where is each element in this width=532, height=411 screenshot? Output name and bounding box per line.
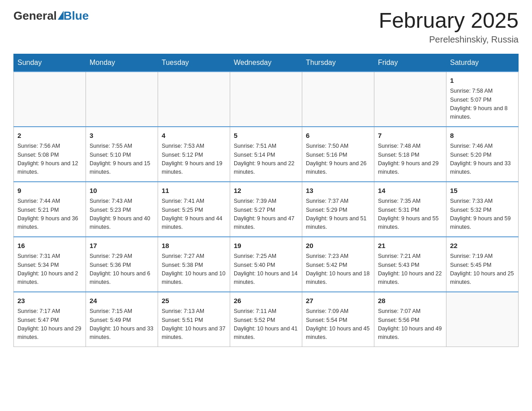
- col-tuesday: Tuesday: [158, 54, 230, 72]
- day-number: 24: [90, 296, 154, 306]
- day-number: 6: [306, 131, 370, 141]
- day-info: Sunrise: 7:25 AMSunset: 5:40 PMDaylight:…: [234, 252, 298, 287]
- day-number: 17: [90, 241, 154, 251]
- day-number: 8: [450, 131, 515, 141]
- day-number: 19: [234, 241, 298, 251]
- day-number: 23: [17, 296, 82, 306]
- day-info: Sunrise: 7:37 AMSunset: 5:29 PMDaylight:…: [306, 197, 370, 232]
- calendar-cell: 2Sunrise: 7:56 AMSunset: 5:08 PMDaylight…: [14, 127, 86, 182]
- calendar-week-row: 2Sunrise: 7:56 AMSunset: 5:08 PMDaylight…: [14, 127, 519, 182]
- day-number: 15: [450, 186, 515, 196]
- day-number: 3: [90, 131, 154, 141]
- day-info: Sunrise: 7:41 AMSunset: 5:25 PMDaylight:…: [162, 197, 226, 232]
- calendar-cell: 11Sunrise: 7:41 AMSunset: 5:25 PMDayligh…: [158, 182, 230, 237]
- day-number: 9: [17, 186, 82, 196]
- day-info: Sunrise: 7:46 AMSunset: 5:20 PMDaylight:…: [450, 142, 515, 177]
- day-number: 21: [378, 241, 442, 251]
- calendar-cell: 5Sunrise: 7:51 AMSunset: 5:14 PMDaylight…: [230, 127, 302, 182]
- calendar-cell: 16Sunrise: 7:31 AMSunset: 5:34 PMDayligh…: [14, 237, 86, 292]
- day-number: 13: [306, 186, 370, 196]
- day-number: 25: [162, 296, 226, 306]
- month-title: February 2025: [379, 9, 519, 33]
- calendar-cell: [230, 72, 302, 127]
- day-number: 27: [306, 296, 370, 306]
- day-info: Sunrise: 7:21 AMSunset: 5:43 PMDaylight:…: [378, 252, 442, 287]
- day-number: 2: [17, 131, 82, 141]
- logo-general-text: General: [13, 9, 64, 23]
- col-sunday: Sunday: [14, 54, 86, 72]
- day-info: Sunrise: 7:07 AMSunset: 5:56 PMDaylight:…: [378, 307, 442, 342]
- calendar-cell: 23Sunrise: 7:17 AMSunset: 5:47 PMDayligh…: [14, 292, 86, 347]
- calendar-cell: 18Sunrise: 7:27 AMSunset: 5:38 PMDayligh…: [158, 237, 230, 292]
- calendar-table: Sunday Monday Tuesday Wednesday Thursday…: [13, 54, 519, 347]
- logo-general-label: General: [13, 9, 57, 22]
- calendar-cell: 26Sunrise: 7:11 AMSunset: 5:52 PMDayligh…: [230, 292, 302, 347]
- calendar-cell: 14Sunrise: 7:35 AMSunset: 5:31 PMDayligh…: [374, 182, 446, 237]
- calendar-cell: 27Sunrise: 7:09 AMSunset: 5:54 PMDayligh…: [302, 292, 374, 347]
- col-friday: Friday: [374, 54, 446, 72]
- title-block: February 2025 Pereleshinskiy, Russia: [379, 9, 519, 45]
- day-info: Sunrise: 7:29 AMSunset: 5:36 PMDaylight:…: [90, 252, 154, 287]
- day-info: Sunrise: 7:50 AMSunset: 5:16 PMDaylight:…: [306, 142, 370, 177]
- col-thursday: Thursday: [302, 54, 374, 72]
- day-number: 10: [90, 186, 154, 196]
- day-info: Sunrise: 7:44 AMSunset: 5:21 PMDaylight:…: [17, 197, 82, 232]
- logo-triangle-icon: [58, 11, 64, 20]
- calendar-cell: 6Sunrise: 7:50 AMSunset: 5:16 PMDaylight…: [302, 127, 374, 182]
- calendar-cell: [302, 72, 374, 127]
- calendar-cell: 19Sunrise: 7:25 AMSunset: 5:40 PMDayligh…: [230, 237, 302, 292]
- calendar-cell: 17Sunrise: 7:29 AMSunset: 5:36 PMDayligh…: [86, 237, 158, 292]
- day-info: Sunrise: 7:55 AMSunset: 5:10 PMDaylight:…: [90, 142, 154, 177]
- location: Pereleshinskiy, Russia: [379, 34, 519, 45]
- calendar-week-row: 1Sunrise: 7:58 AMSunset: 5:07 PMDaylight…: [14, 72, 519, 127]
- calendar-week-row: 23Sunrise: 7:17 AMSunset: 5:47 PMDayligh…: [14, 292, 519, 347]
- day-number: 5: [234, 131, 298, 141]
- calendar-cell: 28Sunrise: 7:07 AMSunset: 5:56 PMDayligh…: [374, 292, 446, 347]
- logo: General Blue: [13, 9, 89, 23]
- day-number: 1: [450, 76, 515, 86]
- day-number: 7: [378, 131, 442, 141]
- calendar-cell: 8Sunrise: 7:46 AMSunset: 5:20 PMDaylight…: [446, 127, 519, 182]
- calendar-cell: [374, 72, 446, 127]
- calendar-cell: [446, 292, 519, 347]
- day-number: 11: [162, 186, 226, 196]
- day-number: 26: [234, 296, 298, 306]
- day-info: Sunrise: 7:23 AMSunset: 5:42 PMDaylight:…: [306, 252, 370, 287]
- day-info: Sunrise: 7:19 AMSunset: 5:45 PMDaylight:…: [450, 252, 515, 287]
- calendar-cell: 1Sunrise: 7:58 AMSunset: 5:07 PMDaylight…: [446, 72, 519, 127]
- calendar-cell: 9Sunrise: 7:44 AMSunset: 5:21 PMDaylight…: [14, 182, 86, 237]
- day-number: 12: [234, 186, 298, 196]
- day-info: Sunrise: 7:11 AMSunset: 5:52 PMDaylight:…: [234, 307, 298, 342]
- col-monday: Monday: [86, 54, 158, 72]
- day-info: Sunrise: 7:17 AMSunset: 5:47 PMDaylight:…: [17, 307, 82, 342]
- calendar-cell: [14, 72, 86, 127]
- calendar-cell: 7Sunrise: 7:48 AMSunset: 5:18 PMDaylight…: [374, 127, 446, 182]
- day-number: 16: [17, 241, 82, 251]
- calendar-cell: 24Sunrise: 7:15 AMSunset: 5:49 PMDayligh…: [86, 292, 158, 347]
- day-info: Sunrise: 7:35 AMSunset: 5:31 PMDaylight:…: [378, 197, 442, 232]
- day-info: Sunrise: 7:53 AMSunset: 5:12 PMDaylight:…: [162, 142, 226, 177]
- calendar-header-row: Sunday Monday Tuesday Wednesday Thursday…: [14, 54, 519, 72]
- day-number: 18: [162, 241, 226, 251]
- logo-blue-label: Blue: [64, 9, 89, 23]
- calendar-cell: 25Sunrise: 7:13 AMSunset: 5:51 PMDayligh…: [158, 292, 230, 347]
- calendar-week-row: 16Sunrise: 7:31 AMSunset: 5:34 PMDayligh…: [14, 237, 519, 292]
- page-header: General Blue February 2025 Pereleshinski…: [13, 9, 519, 45]
- day-info: Sunrise: 7:33 AMSunset: 5:32 PMDaylight:…: [450, 197, 515, 232]
- day-number: 4: [162, 131, 226, 141]
- day-info: Sunrise: 7:51 AMSunset: 5:14 PMDaylight:…: [234, 142, 298, 177]
- calendar-cell: [158, 72, 230, 127]
- day-info: Sunrise: 7:09 AMSunset: 5:54 PMDaylight:…: [306, 307, 370, 342]
- day-info: Sunrise: 7:15 AMSunset: 5:49 PMDaylight:…: [90, 307, 154, 342]
- day-info: Sunrise: 7:48 AMSunset: 5:18 PMDaylight:…: [378, 142, 442, 177]
- day-number: 22: [450, 241, 515, 251]
- calendar-cell: 10Sunrise: 7:43 AMSunset: 5:23 PMDayligh…: [86, 182, 158, 237]
- calendar-cell: 4Sunrise: 7:53 AMSunset: 5:12 PMDaylight…: [158, 127, 230, 182]
- col-wednesday: Wednesday: [230, 54, 302, 72]
- day-info: Sunrise: 7:56 AMSunset: 5:08 PMDaylight:…: [17, 142, 82, 177]
- calendar-cell: 20Sunrise: 7:23 AMSunset: 5:42 PMDayligh…: [302, 237, 374, 292]
- col-saturday: Saturday: [446, 54, 519, 72]
- day-number: 20: [306, 241, 370, 251]
- day-number: 28: [378, 296, 442, 306]
- day-info: Sunrise: 7:31 AMSunset: 5:34 PMDaylight:…: [17, 252, 82, 287]
